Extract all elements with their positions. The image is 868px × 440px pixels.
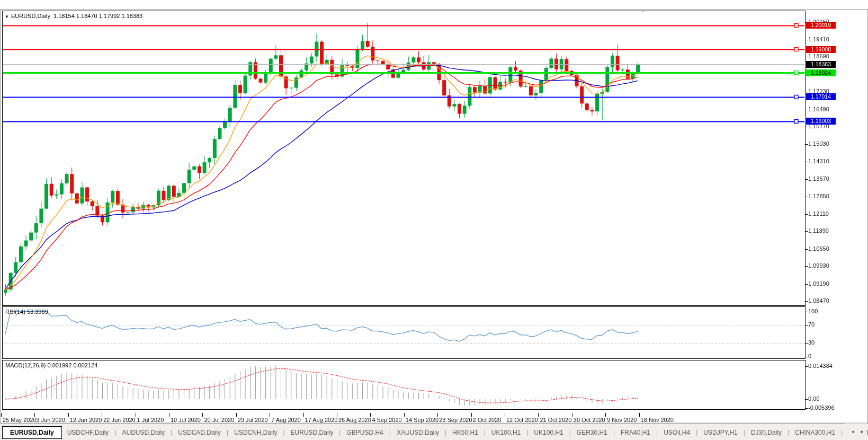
chart-tab-audusd-daily[interactable]: AUDUSD,Daily bbox=[117, 427, 171, 438]
date-axis-label: 20 Jul 2020 bbox=[204, 417, 234, 423]
axis-label: 30 bbox=[808, 339, 815, 346]
chart-symbol-label: EURUSD,Daily bbox=[11, 13, 50, 19]
date-axis-label: 21 Oct 2020 bbox=[540, 417, 571, 423]
date-axis-label: 14 Sep 2020 bbox=[406, 417, 439, 423]
chart-tab-fra40-h1[interactable]: FRA40,H1 bbox=[615, 427, 656, 438]
date-axis-label: 29 Jul 2020 bbox=[238, 417, 268, 423]
axis-label: 1.15030 bbox=[808, 140, 829, 147]
tab-scroll-arrows: ◄ ► bbox=[845, 424, 867, 440]
date-axis-label: 7 Aug 2020 bbox=[271, 417, 301, 423]
date-axis-label: 10 Jul 2020 bbox=[171, 417, 201, 423]
date-axis-label: 12 Oct 2020 bbox=[506, 417, 538, 423]
price-badge-resistance[interactable]: 1.19008 bbox=[806, 46, 836, 53]
collapse-triangle-icon[interactable]: ▼ bbox=[5, 14, 9, 19]
tab-scroll-right-button[interactable]: ► bbox=[857, 428, 867, 436]
date-axis-label: 1 Jul 2020 bbox=[137, 417, 164, 423]
date-axis-label: 12 Jun 2020 bbox=[70, 417, 102, 423]
chart-tab-bar: EURUSD,DailyUSDCHF,Daily|AUDUSD,Daily|US… bbox=[0, 424, 868, 440]
axis-label: 0.00 bbox=[808, 395, 819, 402]
date-axis-label: 9 Nov 2020 bbox=[607, 417, 637, 423]
axis-label: 1.18690 bbox=[808, 53, 829, 59]
chart-tab-uk100-h1[interactable]: UK100,H1 bbox=[486, 427, 526, 438]
chart-tab-gbpusd-h4[interactable]: GBPUSD,H4 bbox=[341, 427, 388, 438]
chart-tab-usoil-h4[interactable]: USOil,H4 bbox=[658, 427, 695, 438]
chart-tab-china300-h1[interactable]: CHINA300,H1 bbox=[790, 427, 840, 438]
chart-ohlc-values: 1.18154 1.18470 1.17992 1.18383 bbox=[53, 13, 142, 19]
date-axis-label: 18 Nov 2020 bbox=[641, 417, 674, 423]
date-axis-label: 25 May 2020 bbox=[3, 417, 37, 423]
date-axis-label: 4 Sep 2020 bbox=[372, 417, 401, 423]
date-axis-label: 22 Jun 2020 bbox=[103, 417, 136, 423]
chart-tab-hk50-h1[interactable]: HK50,H1 bbox=[447, 427, 484, 438]
tab-scroll-left-button[interactable]: ◄ bbox=[848, 428, 857, 436]
chart-title: ▼EURUSD,Daily 1.18154 1.18470 1.17992 1.… bbox=[5, 13, 142, 19]
chart-tab-usdjpy-h1[interactable]: USDJPY,H1 bbox=[698, 427, 742, 438]
axis-label: 70 bbox=[808, 321, 815, 328]
axis-label: 1.13570 bbox=[808, 175, 829, 182]
chart-tab-eurusd-daily[interactable]: EURUSD,Daily bbox=[2, 426, 62, 439]
price-badge-current-price: 1.18383 bbox=[806, 61, 836, 68]
chart-tab-ger30-h1[interactable]: GER30,H1 bbox=[571, 427, 613, 438]
axis-label: 1.12850 bbox=[808, 193, 829, 199]
price-badge-support[interactable]: 1.17014 bbox=[806, 93, 836, 100]
axis-label: 1.19410 bbox=[808, 36, 829, 42]
axis-label: -0.005396 bbox=[808, 404, 835, 411]
axis-label: 1.14310 bbox=[808, 158, 829, 164]
date-axis-label: 3 Jun 2020 bbox=[36, 417, 65, 423]
axis-label: 1.09190 bbox=[808, 280, 829, 287]
chart-tab-usdcnh-daily[interactable]: USDCNH,Daily bbox=[229, 427, 282, 438]
date-axis-label: 26 Aug 2020 bbox=[338, 417, 371, 423]
chart-tab-usdchf-daily[interactable]: USDCHF,Daily bbox=[62, 427, 114, 438]
price-badge-support[interactable]: 1.18024 bbox=[806, 69, 836, 76]
axis-label: 1.08470 bbox=[808, 297, 829, 304]
axis-label: 0 bbox=[808, 353, 811, 359]
chart-tab-usdcad-daily[interactable]: USDCAD,Daily bbox=[173, 427, 226, 438]
price-badge-resistance[interactable]: 1.20019 bbox=[806, 22, 836, 29]
chart-shift-marker-icon[interactable]: ▼ bbox=[641, 9, 645, 14]
chart-tab-xauusd-daily[interactable]: XAUUSD,Daily bbox=[391, 427, 444, 438]
chart-tab-eurusd-daily[interactable]: EURUSD,Daily bbox=[285, 427, 339, 438]
date-axis-label: 23 Sep 2020 bbox=[439, 417, 472, 423]
axis-label: 1.11390 bbox=[808, 227, 829, 234]
axis-label: 1.09930 bbox=[808, 262, 829, 269]
date-axis-label: 30 Oct 2020 bbox=[574, 417, 605, 423]
rsi-indicator-label: RSI(14) 53.3969 bbox=[5, 309, 48, 315]
axis-label: 0.014384 bbox=[808, 363, 833, 369]
axis-label: 1.10650 bbox=[808, 245, 829, 252]
date-axis-label: 17 Aug 2020 bbox=[305, 417, 338, 423]
chart-tab-dj30-daily[interactable]: DJ30,Daily bbox=[746, 427, 787, 438]
date-axis-label: 2 Oct 2020 bbox=[473, 417, 502, 423]
axis-label: 1.12110 bbox=[808, 210, 829, 217]
chart-canvas[interactable] bbox=[0, 0, 868, 440]
axis-label: 100 bbox=[808, 308, 818, 314]
mt4-terminal: ▼ M1M5M15M30H1H4D1W1MN ▼EURUSD,Daily 1.1… bbox=[0, 0, 868, 440]
macd-indicator-label: MACD(12,26,9) 0.001992 0.002124 bbox=[5, 362, 97, 368]
axis-label: 1.16490 bbox=[808, 106, 829, 112]
price-badge-support[interactable]: 1.16003 bbox=[806, 118, 836, 125]
chart-tab-uk100-h1[interactable]: UK100,H1 bbox=[529, 427, 568, 438]
